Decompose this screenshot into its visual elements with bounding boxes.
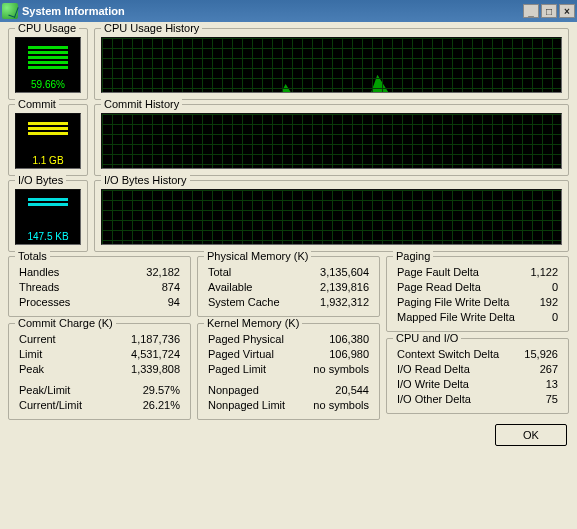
km-pp-value: 106,380 (329, 332, 369, 347)
io-history-group: I/O Bytes History (94, 180, 569, 252)
km-pl-label: Paged Limit (208, 362, 266, 377)
title-bar: System Information _ □ × (0, 0, 577, 22)
cpu-usage-legend: CPU Usage (15, 22, 79, 34)
commit-charge-legend: Commit Charge (K) (15, 317, 116, 329)
io-monitor: 147.5 KB (15, 189, 81, 245)
cc-curlimit-value: 26.21% (143, 398, 180, 413)
cc-peaklimit-value: 29.57% (143, 383, 180, 398)
pm-total-label: Total (208, 265, 231, 280)
cpu-usage-value: 59.66% (31, 79, 65, 90)
ci-ctx-label: Context Switch Delta (397, 347, 499, 362)
totals-legend: Totals (15, 250, 50, 262)
commit-history-legend: Commit History (101, 98, 182, 110)
cpu-usage-group: CPU Usage 59.66% (8, 28, 88, 100)
pm-cache-value: 1,932,312 (320, 295, 369, 310)
cc-curlimit-label: Current/Limit (19, 398, 82, 413)
ci-other-label: I/O Other Delta (397, 392, 471, 407)
pm-avail-label: Available (208, 280, 252, 295)
km-np-value: 20,544 (335, 383, 369, 398)
pg-pfw-label: Paging File Write Delta (397, 295, 509, 310)
km-npl-label: Nonpaged Limit (208, 398, 285, 413)
paging-legend: Paging (393, 250, 433, 262)
pm-total-value: 3,135,604 (320, 265, 369, 280)
threads-value: 874 (162, 280, 180, 295)
commit-history-group: Commit History (94, 104, 569, 176)
cpu-history-legend: CPU Usage History (101, 22, 202, 34)
cc-peak-label: Peak (19, 362, 44, 377)
cpu-usage-monitor: 59.66% (15, 37, 81, 93)
minimize-button[interactable]: _ (523, 4, 539, 18)
ci-ctx-value: 15,926 (524, 347, 558, 362)
pg-fault-value: 1,122 (530, 265, 558, 280)
processes-value: 94 (168, 295, 180, 310)
ci-write-value: 13 (546, 377, 558, 392)
km-pp-label: Paged Physical (208, 332, 284, 347)
cc-limit-label: Limit (19, 347, 42, 362)
commit-legend: Commit (15, 98, 59, 110)
app-icon (2, 3, 18, 19)
paging-group: Paging Page Fault Delta1,122 Page Read D… (386, 256, 569, 332)
io-value: 147.5 KB (27, 231, 68, 242)
ci-read-label: I/O Read Delta (397, 362, 470, 377)
cc-peaklimit-label: Peak/Limit (19, 383, 70, 398)
ci-read-value: 267 (540, 362, 558, 377)
close-button[interactable]: × (559, 4, 575, 18)
commit-history-graph (101, 113, 562, 169)
km-pv-label: Paged Virtual (208, 347, 274, 362)
phys-mem-group: Physical Memory (K) Total3,135,604 Avail… (197, 256, 380, 317)
totals-group: Totals Handles32,182 Threads874 Processe… (8, 256, 191, 317)
io-history-graph (101, 189, 562, 245)
km-npl-value: no symbols (313, 398, 369, 413)
commit-group: Commit 1.1 GB (8, 104, 88, 176)
pm-avail-value: 2,139,816 (320, 280, 369, 295)
cpu-io-group: CPU and I/O Context Switch Delta15,926 I… (386, 338, 569, 414)
maximize-button[interactable]: □ (541, 4, 557, 18)
pg-read-value: 0 (552, 280, 558, 295)
cc-current-value: 1,187,736 (131, 332, 180, 347)
pg-fault-label: Page Fault Delta (397, 265, 479, 280)
pg-mfw-label: Mapped File Write Delta (397, 310, 515, 325)
ci-other-value: 75 (546, 392, 558, 407)
commit-monitor: 1.1 GB (15, 113, 81, 169)
handles-value: 32,182 (146, 265, 180, 280)
io-legend: I/O Bytes (15, 174, 66, 186)
pm-cache-label: System Cache (208, 295, 280, 310)
processes-label: Processes (19, 295, 70, 310)
km-pl-value: no symbols (313, 362, 369, 377)
pg-mfw-value: 0 (552, 310, 558, 325)
threads-label: Threads (19, 280, 59, 295)
ok-button[interactable]: OK (495, 424, 567, 446)
pg-read-label: Page Read Delta (397, 280, 481, 295)
kernel-mem-group: Kernel Memory (K) Paged Physical106,380 … (197, 323, 380, 420)
cc-peak-value: 1,339,808 (131, 362, 180, 377)
phys-mem-legend: Physical Memory (K) (204, 250, 311, 262)
io-history-legend: I/O Bytes History (101, 174, 190, 186)
cc-limit-value: 4,531,724 (131, 347, 180, 362)
cc-current-label: Current (19, 332, 56, 347)
commit-value: 1.1 GB (32, 155, 63, 166)
km-np-label: Nonpaged (208, 383, 259, 398)
commit-charge-group: Commit Charge (K) Current1,187,736 Limit… (8, 323, 191, 420)
ci-write-label: I/O Write Delta (397, 377, 469, 392)
cpu-history-group: CPU Usage History (94, 28, 569, 100)
pg-pfw-value: 192 (540, 295, 558, 310)
km-pv-value: 106,980 (329, 347, 369, 362)
kernel-mem-legend: Kernel Memory (K) (204, 317, 302, 329)
io-group: I/O Bytes 147.5 KB (8, 180, 88, 252)
window-title: System Information (22, 5, 125, 17)
cpu-io-legend: CPU and I/O (393, 332, 461, 344)
cpu-history-graph (101, 37, 562, 93)
handles-label: Handles (19, 265, 59, 280)
